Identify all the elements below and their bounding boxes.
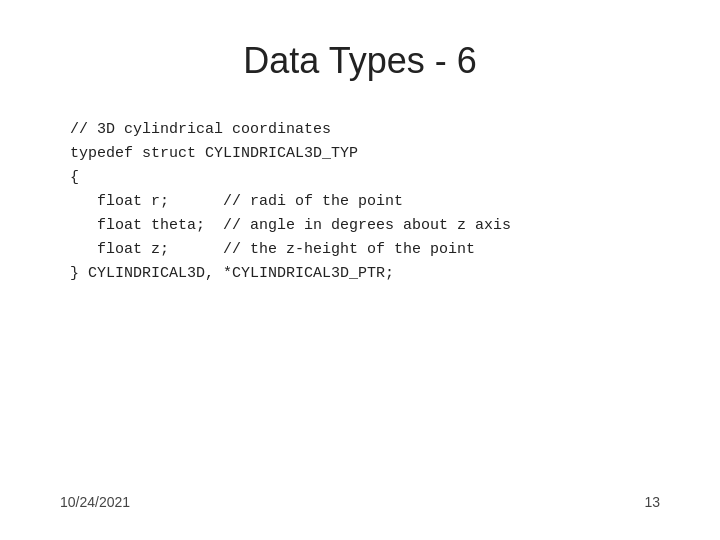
code-line-4: float r; // radi of the point <box>70 190 660 214</box>
code-line-6: float z; // the z-height of the point <box>70 238 660 262</box>
footer-page-number: 13 <box>644 494 660 510</box>
slide-title: Data Types - 6 <box>60 40 660 82</box>
code-line-3: { <box>70 166 660 190</box>
slide: Data Types - 6 // 3D cylindrical coordin… <box>0 0 720 540</box>
code-line-2: typedef struct CYLINDRICAL3D_TYP <box>70 142 660 166</box>
footer-date: 10/24/2021 <box>60 494 130 510</box>
code-line-5: float theta; // angle in degrees about z… <box>70 214 660 238</box>
code-line-7: } CYLINDRICAL3D, *CYLINDRICAL3D_PTR; <box>70 262 660 286</box>
code-block: // 3D cylindrical coordinates typedef st… <box>70 118 660 286</box>
slide-footer: 10/24/2021 13 <box>60 494 660 510</box>
code-line-1: // 3D cylindrical coordinates <box>70 118 660 142</box>
